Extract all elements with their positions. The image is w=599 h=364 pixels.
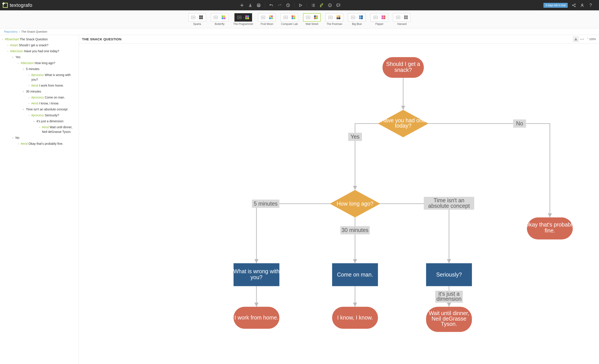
outline-row[interactable]: ▹it's just a dimension xyxy=(0,118,79,124)
share-icon[interactable] xyxy=(572,3,576,8)
new-icon[interactable] xyxy=(240,3,244,8)
outline-row[interactable]: ▹5 minutes xyxy=(0,66,79,72)
bullet-icon: ○ xyxy=(7,50,10,53)
app-name: textografo xyxy=(10,2,32,8)
theme-harvard[interactable]: Aa→Harvard xyxy=(393,13,411,25)
play-icon[interactable] xyxy=(298,3,303,8)
highlight-icon[interactable] xyxy=(319,3,324,8)
node-process-2[interactable]: Come on man. xyxy=(332,263,378,286)
svg-text:I know, I know.: I know, I know. xyxy=(337,314,373,321)
outline-row[interactable]: ○#end I know, I know. xyxy=(0,101,79,106)
theme-flipper[interactable]: Aa→Flipper xyxy=(370,13,388,25)
theme-label: Flipper xyxy=(375,23,384,25)
theme-the-programmer[interactable]: Aa→The Programmer xyxy=(233,13,253,25)
chevron-icon: ▹ xyxy=(23,90,26,93)
help-icon[interactable]: ? xyxy=(588,3,593,8)
theme-butterfly[interactable]: Aa→Butterfly xyxy=(211,13,229,25)
outline-row[interactable]: ▹Yes xyxy=(0,54,79,60)
theme-label: Sparta xyxy=(193,23,201,25)
print-icon[interactable] xyxy=(256,3,261,8)
svg-point-9 xyxy=(574,4,575,5)
undo-icon[interactable] xyxy=(269,3,273,8)
outline-row[interactable]: ○#process What is wrong with you? xyxy=(0,72,79,83)
theme-thumb: Aa→ xyxy=(393,13,411,22)
label-no: No xyxy=(513,119,526,127)
theme-label: Wall Street xyxy=(305,23,318,25)
node-end-2[interactable]: I know, I know. xyxy=(332,307,378,329)
outline-panel[interactable]: ○#flowchart The Snack Question○#start Sh… xyxy=(0,35,79,364)
user-icon[interactable] xyxy=(580,3,584,8)
theme-label: The Programmer xyxy=(233,23,253,25)
top-toolbar: textografo 5 days left in trial ? xyxy=(0,0,599,10)
outline-row[interactable]: ▹30 minutes xyxy=(0,89,79,94)
theme-fruit-moon[interactable]: Aa→Fruit Moon xyxy=(258,13,276,25)
layout-vertical-icon[interactable] xyxy=(573,37,579,42)
theme-sparta[interactable]: Aa→Sparta xyxy=(188,13,206,25)
node-end-4[interactable]: Okay that's probablyfine. xyxy=(525,218,575,239)
theme-thumb: Aa→ xyxy=(348,13,366,22)
outline-row[interactable]: ○#process Come on man. xyxy=(0,94,79,101)
theme-thumb: Aa→ xyxy=(326,13,343,22)
svg-text:Should I get a: Should I get a xyxy=(386,61,420,67)
flowchart-canvas[interactable]: Should I get a snack? Have you had one t… xyxy=(79,43,599,364)
svg-text:today?: today? xyxy=(395,123,412,129)
outline-row[interactable]: ○#process Seriously? xyxy=(0,112,79,118)
node-process-1[interactable]: What is wrong withyou? xyxy=(233,263,279,286)
node-decision-2[interactable]: How long ago? xyxy=(330,190,380,218)
outline-text: 5 minutes xyxy=(26,67,39,71)
node-end-3[interactable]: Wait until dinner,Neil deGrasseTyson. xyxy=(426,307,472,332)
outline-row[interactable]: ▹Time isn't an absolute concept xyxy=(0,106,79,112)
theme-the-postman[interactable]: Aa→The Postman xyxy=(326,13,343,25)
trial-badge[interactable]: 5 days left in trial xyxy=(543,3,568,8)
outline-text: The Snack Question xyxy=(20,37,48,41)
svg-point-8 xyxy=(572,5,573,6)
outline-row[interactable]: ○#end Wait until dinner, Neil deGrasse T… xyxy=(0,124,79,135)
svg-text:Have you had one: Have you had one xyxy=(381,117,425,123)
theme-big-blue[interactable]: Aa→Big Blue xyxy=(348,13,366,25)
chevron-icon: ▹ xyxy=(12,55,16,59)
outline-row[interactable]: ○#end I work from home. xyxy=(0,83,79,89)
zoom-dropdown[interactable]: ˅ 100% xyxy=(587,38,596,41)
svg-text:I work from home.: I work from home. xyxy=(234,314,279,321)
history-icon[interactable] xyxy=(286,3,290,8)
outline-tag: #flowchart xyxy=(5,37,20,41)
bullet-icon: ○ xyxy=(28,114,31,117)
canvas-area[interactable]: THE SNACK QUESTION ˅ 100% Should I g xyxy=(79,35,599,364)
bullet-icon: ○ xyxy=(28,102,31,105)
outline-row[interactable]: ○#decision Have you had one today? xyxy=(0,48,79,54)
node-end-1[interactable]: I work from home. xyxy=(234,307,279,329)
outline-row[interactable]: ○#flowchart The Snack Question xyxy=(0,36,79,42)
outline-row[interactable]: ○#decision How long ago? xyxy=(0,60,79,66)
outline-text: it's just a dimension xyxy=(37,119,63,123)
breadcrumb-root[interactable]: Repository xyxy=(4,30,18,33)
outline-row[interactable]: ○#start Should I get a snack? xyxy=(0,42,79,48)
node-start[interactable]: Should I get a snack? xyxy=(382,57,424,78)
node-process-3[interactable]: Seriously? xyxy=(426,263,472,286)
svg-text:No: No xyxy=(516,120,523,127)
layout-horizontal-icon[interactable] xyxy=(579,37,585,42)
node-decision-1[interactable]: Have you had one today? xyxy=(378,110,429,137)
theme-thumb: Aa→ xyxy=(211,13,229,22)
label-time: Time isn't anabsolute concept xyxy=(424,197,474,210)
redo-icon[interactable] xyxy=(277,3,282,8)
info-icon[interactable] xyxy=(328,3,332,8)
label-30min: 30 minutes xyxy=(340,226,370,234)
svg-point-11 xyxy=(581,4,583,5)
theme-wall-street[interactable]: Aa→Wall Street xyxy=(303,13,321,25)
svg-text:Seriously?: Seriously? xyxy=(436,271,462,278)
label-yes: Yes xyxy=(348,133,362,141)
comment-icon[interactable] xyxy=(336,3,341,8)
svg-text:Okay that's probably: Okay that's probably xyxy=(525,221,575,228)
theme-label: Fruit Moon xyxy=(261,23,273,25)
theme-label: Harvard xyxy=(397,23,407,25)
theme-computer-lab[interactable]: Aa→Computer Lab xyxy=(281,13,298,25)
bullet-icon: ○ xyxy=(18,61,21,65)
app-logo[interactable]: textografo xyxy=(2,2,32,8)
list-icon[interactable] xyxy=(311,3,315,8)
outline-row[interactable]: ▹No xyxy=(0,135,79,141)
theme-thumb: Aa→ xyxy=(188,13,206,22)
canvas-title: THE SNACK QUESTION xyxy=(82,37,122,41)
download-icon[interactable] xyxy=(248,3,253,8)
outline-row[interactable]: ○#end Okay that's probably fine. xyxy=(0,141,79,147)
svg-text:fine.: fine. xyxy=(545,227,555,234)
